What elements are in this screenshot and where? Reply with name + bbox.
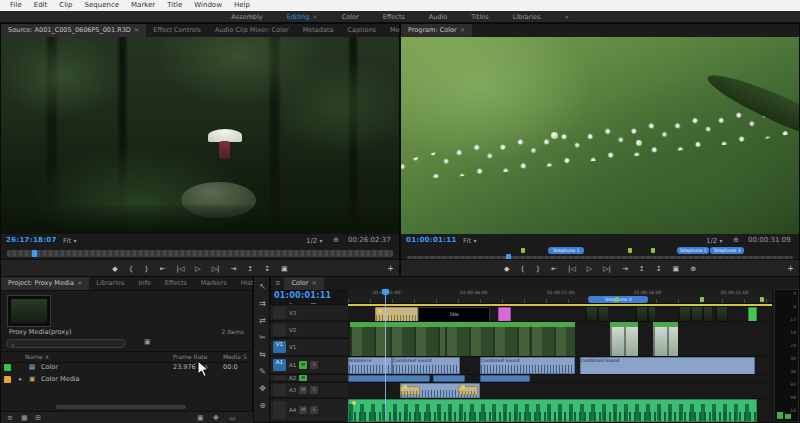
mute-button[interactable]: M — [299, 386, 307, 394]
video-clip[interactable] — [653, 322, 678, 356]
source-patch-cell[interactable] — [273, 376, 286, 381]
tab-sequence-color[interactable]: Color× — [284, 277, 323, 290]
menu-sequence[interactable]: Sequence — [79, 0, 126, 11]
title-clip[interactable]: Title — [418, 307, 490, 322]
menu-help[interactable]: Help — [228, 0, 256, 11]
list-view-icon[interactable]: ≡ — [7, 414, 13, 422]
source-fit-dropdown[interactable]: Fit ▾ — [63, 234, 76, 248]
search-input[interactable]: ⌕ — [6, 339, 126, 348]
track-header-a4[interactable]: A4 M S — [270, 398, 348, 421]
video-clip[interactable] — [350, 322, 390, 356]
workspace-audio[interactable]: Audio — [417, 11, 459, 22]
extract-button[interactable]: ↧ — [656, 265, 662, 273]
go-to-out-button[interactable]: ⇥ — [230, 265, 236, 273]
disclosure-triangle-icon[interactable]: ▸ — [19, 375, 22, 383]
tab-source-clip[interactable]: Source: A001_C005_0606P5_001.R3D× — [1, 24, 146, 37]
track-header-v2[interactable]: V2 — [270, 321, 348, 337]
source-patch-cell[interactable] — [273, 307, 286, 319]
sequence-marker-icon[interactable] — [628, 248, 632, 253]
workspace-libraries[interactable]: Libraries — [501, 11, 553, 22]
program-fit-dropdown[interactable]: Fit ▾ — [463, 234, 476, 248]
menu-title[interactable]: Title — [161, 0, 188, 11]
settings-wrench-icon[interactable]: ⊕ — [733, 234, 739, 247]
workspace-editing[interactable]: Editing× — [275, 11, 330, 22]
ripple-edit-tool[interactable]: ⇄ — [255, 316, 270, 330]
close-icon[interactable]: × — [311, 279, 316, 287]
clip[interactable] — [678, 307, 712, 322]
mute-button[interactable]: M — [299, 361, 307, 369]
workspace-color[interactable]: Color — [330, 11, 371, 22]
column-frame-rate[interactable]: Frame Rate — [173, 353, 207, 360]
bin-icon[interactable]: ▣ — [144, 338, 151, 346]
audio-subclip[interactable] — [400, 386, 420, 395]
play-button[interactable]: ▷ — [587, 265, 592, 273]
add-marker-button[interactable]: ◆ — [504, 265, 509, 273]
video-clip[interactable] — [530, 322, 575, 356]
source-patch-cell[interactable] — [273, 324, 286, 336]
tab-audio-clip-mixer[interactable]: Audio Clip Mixer: Color — [208, 24, 296, 37]
pen-tool[interactable]: ✎ — [255, 367, 270, 381]
export-frame-button[interactable]: ▣ — [281, 265, 288, 273]
audio-clip[interactable]: Combined Sound — [392, 357, 460, 374]
new-bin-icon[interactable]: ✚ — [213, 414, 219, 422]
audio-clip[interactable] — [480, 375, 530, 382]
track-a1-lane[interactable]: Ambience Combined Sound Combined Sound C… — [348, 356, 772, 374]
go-to-in-button[interactable]: ⇤ — [160, 265, 166, 273]
add-marker-button[interactable]: ◆ — [112, 265, 117, 273]
play-button[interactable]: ▷ — [195, 265, 200, 273]
slip-tool[interactable]: ⇆ — [255, 350, 270, 364]
video-clip[interactable] — [390, 322, 445, 356]
source-video-frame[interactable] — [1, 37, 399, 234]
menu-clip[interactable]: Clip — [53, 0, 78, 11]
item-name[interactable]: Color Media — [41, 375, 80, 383]
hand-tool[interactable]: ✥ — [255, 384, 270, 398]
label-color-green[interactable] — [4, 364, 11, 371]
close-icon[interactable]: × — [134, 26, 139, 34]
source-patch-cell[interactable] — [273, 401, 286, 419]
clip[interactable] — [585, 307, 608, 322]
new-item-icon[interactable]: ▭ — [229, 414, 236, 422]
tab-project[interactable]: Project: Proxy Media× — [1, 277, 89, 290]
menu-marker[interactable]: Marker — [125, 0, 161, 11]
tab-captions[interactable]: Captions — [340, 24, 383, 37]
marker-pill[interactable]: Telephone 3 — [710, 247, 744, 254]
sequence-marker-icon[interactable] — [651, 248, 655, 253]
tab-metadata[interactable]: Metadata — [296, 24, 341, 37]
track-select-tool[interactable]: ⇉ — [255, 299, 270, 313]
audio-clip[interactable] — [348, 375, 430, 382]
source-playhead[interactable] — [32, 250, 37, 257]
table-row[interactable]: ▤ Color 23.976 fps 00:0 — [1, 362, 254, 374]
close-icon[interactable]: × — [460, 26, 465, 34]
video-clip[interactable] — [610, 322, 638, 356]
go-to-in-button[interactable]: ⇤ — [551, 265, 557, 273]
settings-wrench-icon[interactable]: ⊕ — [333, 234, 339, 247]
program-resolution-dropdown[interactable]: 1/2 ▾ — [706, 234, 723, 248]
track-a4-music-lane[interactable] — [348, 398, 772, 422]
clip[interactable] — [498, 307, 511, 322]
go-to-out-button[interactable]: ⇥ — [622, 265, 628, 273]
panel-menu-icon[interactable]: ≡ — [271, 277, 284, 290]
source-resolution-dropdown[interactable]: 1/2 ▾ — [306, 234, 323, 248]
playhead-grip[interactable] — [382, 289, 389, 295]
audio-clip[interactable] — [433, 375, 465, 382]
sequence-marker-icon[interactable] — [760, 297, 764, 302]
workspace-titles[interactable]: Titles — [459, 11, 500, 22]
menu-file[interactable]: File — [4, 0, 28, 11]
track-a3-lane[interactable] — [348, 382, 772, 398]
solo-button[interactable]: S — [310, 386, 318, 394]
sequence-marker-icon[interactable] — [615, 297, 619, 302]
sequence-marker-icon[interactable] — [521, 248, 525, 253]
track-v2-v1-lane[interactable] — [348, 321, 772, 356]
label-color-orange[interactable] — [4, 376, 11, 383]
tab-program[interactable]: Program: Color× — [401, 24, 472, 37]
program-video-frame[interactable] — [401, 37, 799, 234]
workspace-assembly[interactable]: Assembly — [219, 11, 274, 22]
clip[interactable] — [715, 307, 728, 322]
razor-tool[interactable]: ✂ — [255, 333, 270, 347]
menu-edit[interactable]: Edit — [28, 0, 54, 11]
automate-sequence-icon[interactable]: ▣ — [197, 414, 204, 422]
timeline-timecode[interactable]: 01:00:01:11 — [274, 291, 331, 300]
source-patch-cell[interactable]: V1 — [273, 341, 286, 354]
column-name[interactable]: Name ∧ — [25, 353, 49, 360]
horizontal-scrollbar[interactable] — [56, 405, 186, 409]
